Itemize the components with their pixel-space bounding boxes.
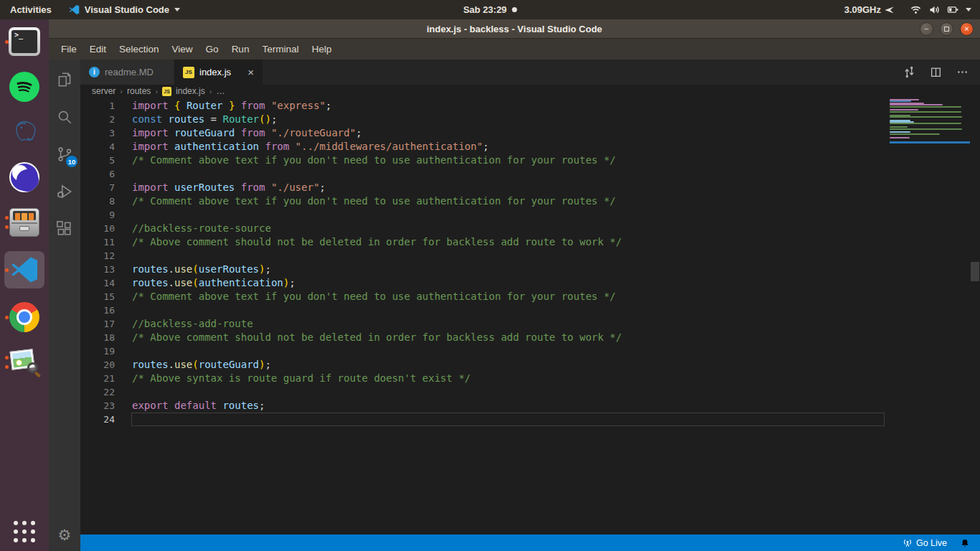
code-line[interactable]: 10//backless-route-source [80,222,887,235]
dock-item-terminal[interactable]: >_ [4,25,44,58]
code-text [115,303,132,317]
breadcrumb-folder[interactable]: routes [127,86,151,96]
code-line[interactable]: 17//backless-add-route [80,317,887,331]
code-line[interactable]: 24 [80,413,887,426]
menu-item-terminal[interactable]: Terminal [255,41,305,57]
settings-gear-icon[interactable]: ⚙ [58,527,72,544]
minimap[interactable] [890,99,970,143]
line-number: 4 [80,140,115,154]
tab-readme[interactable]: i readme.MD [80,60,174,85]
show-applications-button[interactable] [14,521,35,542]
code-line[interactable]: 18/* Above comment should not be deleted… [80,331,887,344]
code-text: /* Comment above text if you don't need … [115,290,616,303]
battery-icon[interactable] [947,4,959,15]
code-line[interactable]: 6 [80,167,887,181]
cpu-arrow-icon [884,4,895,15]
chevron-down-icon [174,8,180,11]
code-text [115,167,132,181]
breadcrumb-file[interactable]: index.js [176,86,205,96]
cpu-frequency-label: 3.09GHz [844,4,881,15]
code-line[interactable]: 16 [80,303,887,317]
desktop: Activities Visual Studio Code Sab 23:29 … [0,0,980,551]
split-editor-icon[interactable] [930,66,942,78]
code-line[interactable]: 11/* Above comment should not be deleted… [80,235,887,249]
code-line[interactable]: 1import { Router } from "express"; [80,99,887,113]
running-indicator-dot [5,268,9,272]
extensions-icon[interactable] [49,213,80,245]
code-line[interactable]: 14routes.use(authentication); [80,276,887,290]
code-text: /* Above comment should not be deleted i… [115,331,622,344]
code-line[interactable]: 4import authentication from "../middlewa… [80,140,887,154]
line-number: 6 [80,167,115,181]
wifi-icon[interactable] [910,4,922,15]
running-indicator-dot [5,225,9,229]
file-cabinet-icon [9,208,39,237]
code-text [115,344,132,358]
menu-item-view[interactable]: View [166,41,199,57]
editor-scrollbar[interactable] [970,98,980,534]
cpu-frequency-indicator[interactable]: 3.09GHz [844,4,895,15]
status-bar: Go Live [80,534,980,551]
system-menu-caret-icon[interactable] [966,8,971,11]
app-menu-button[interactable]: Visual Studio Code [62,0,187,19]
run-debug-icon[interactable] [49,176,80,207]
code-text: /* Above comment should not be deleted i… [115,235,622,249]
code-line[interactable]: 19 [80,344,887,358]
tab-bar: i readme.MD JS index.js × [80,60,980,85]
breadcrumb-folder[interactable]: server [92,86,116,96]
go-live-button[interactable]: Go Live [903,538,947,548]
code-line[interactable]: 9 [80,208,887,222]
search-icon[interactable] [49,101,80,133]
code-text: import userRoutes from "./user"; [115,181,326,194]
window-title-bar[interactable]: index.js - backless - Visual Studio Code… [49,19,980,39]
close-button[interactable]: × [960,22,974,36]
open-changes-icon[interactable] [903,66,915,78]
code-text [115,413,132,426]
menu-item-run[interactable]: Run [225,41,256,57]
code-text: /* Comment above text if you don't need … [115,194,616,208]
activity-bar: 10 ⚙ [49,60,80,551]
source-control-icon[interactable]: 10 [49,138,80,170]
dock-item-postgresql[interactable] [4,116,44,149]
code-line[interactable]: 22 [80,385,887,399]
activities-button[interactable]: Activities [0,0,62,19]
code-text: //backless-add-route [115,317,253,331]
code-line[interactable]: 23export default routes; [80,399,887,413]
menu-item-selection[interactable]: Selection [113,41,166,57]
code-line[interactable]: 15/* Comment above text if you don't nee… [80,290,887,303]
menu-item-go[interactable]: Go [199,41,225,57]
code-editor[interactable]: 1import { Router } from "express";2const… [80,98,980,534]
dock-item-file-manager[interactable] [4,206,44,239]
code-line[interactable]: 13routes.use(userRoutes); [80,263,887,276]
menu-item-edit[interactable]: Edit [83,41,113,57]
code-line[interactable]: 5/* Comment above text if you don't need… [80,154,887,167]
dock-item-insomnia[interactable] [4,161,44,194]
menu-item-help[interactable]: Help [305,41,338,57]
scrollbar-thumb[interactable] [971,262,979,281]
volume-icon[interactable] [928,4,941,15]
code-line[interactable]: 7import userRoutes from "./user"; [80,181,887,194]
dock-item-spotify[interactable] [4,70,44,103]
minimize-button[interactable]: − [920,22,933,36]
breadcrumb-symbol[interactable]: … [216,86,225,96]
explorer-icon[interactable] [49,64,80,95]
dock-item-vscode[interactable] [4,251,44,288]
editor-group: i readme.MD JS index.js × [80,60,980,551]
tab-close-icon[interactable]: × [248,67,254,77]
dock-item-image-viewer[interactable] [4,346,44,379]
tab-indexjs[interactable]: JS index.js × [174,60,263,85]
notifications-bell-icon[interactable] [960,538,970,548]
maximize-button[interactable] [940,22,953,36]
minimap-line [890,126,908,128]
code-line[interactable]: 12 [80,249,887,263]
more-actions-icon[interactable] [956,66,969,78]
code-line[interactable]: 21/* Above syntax is route guard if rout… [80,372,887,385]
code-line[interactable]: 20routes.use(routeGuard); [80,358,887,372]
dock-item-chrome[interactable] [4,301,44,334]
menu-item-file[interactable]: File [55,41,83,57]
clock-label: Sab 23:29 [463,4,507,15]
code-line[interactable]: 3import routeGuard from "./routeGuard"; [80,126,887,140]
code-line[interactable]: 2const routes = Router(); [80,113,887,126]
code-line[interactable]: 8/* Comment above text if you don't need… [80,194,887,208]
clock-menu[interactable]: Sab 23:29 [463,4,517,15]
